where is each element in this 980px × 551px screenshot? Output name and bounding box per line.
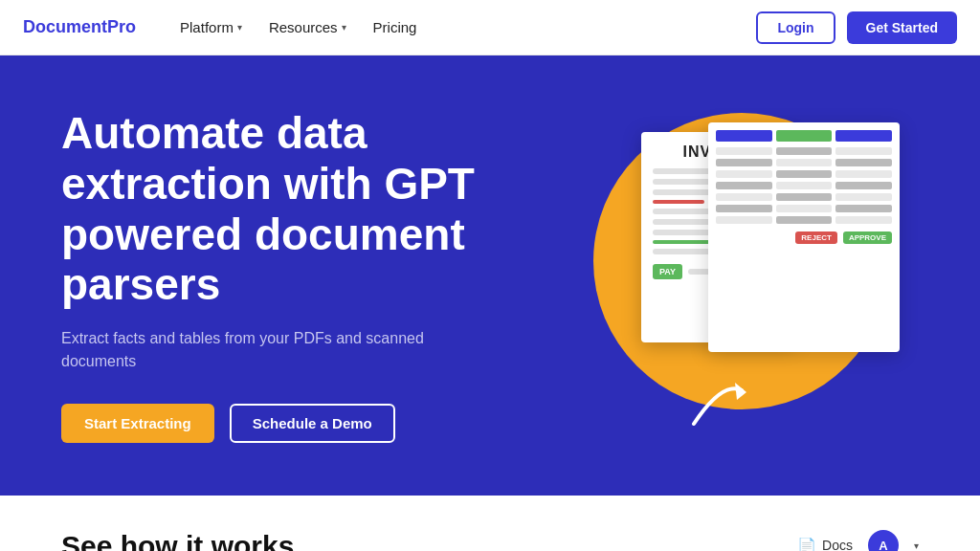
hero-title: Automate data extraction with GPT powere… (61, 108, 490, 311)
table-row-7 (716, 216, 892, 224)
table-row-1 (716, 147, 892, 155)
nav-pricing-label: Pricing (373, 19, 417, 35)
table-row-4 (716, 182, 892, 189)
resources-chevron-icon: ▾ (342, 22, 346, 33)
docs-label: Docs (822, 538, 853, 551)
nav-platform-label: Platform (180, 19, 234, 35)
table-row-6 (716, 205, 892, 212)
hero-subtitle: Extract facts and tables from your PDFs … (61, 327, 490, 373)
see-how-it-works-title: See how it works (61, 530, 471, 551)
table-header (716, 130, 892, 142)
platform-chevron-icon: ▾ (237, 22, 242, 33)
navbar: DocumentPro Platform ▾ Resources ▾ Prici… (0, 0, 980, 55)
approve-tag: APPROVE (843, 231, 892, 244)
table-row-5 (716, 193, 892, 201)
th-green (776, 130, 833, 142)
nav-item-pricing[interactable]: Pricing (364, 13, 427, 41)
hero-left: Automate data extraction with GPT powere… (61, 108, 490, 444)
docs-icon: 📄 (797, 537, 816, 552)
nav-actions: Login Get Started (756, 11, 957, 44)
get-started-button[interactable]: Get Started (847, 11, 957, 44)
logo-text: DocumentPro (23, 17, 136, 36)
schedule-demo-button[interactable]: Schedule a Demo (230, 404, 395, 443)
nav-item-platform[interactable]: Platform ▾ (170, 13, 252, 41)
bottom-left: See how it works (61, 530, 471, 551)
avatar-chevron-icon: ▾ (914, 540, 919, 551)
nav-links: Platform ▾ Resources ▾ Pricing (170, 13, 756, 41)
avatar-initial: A (879, 539, 887, 552)
table-document: REJECT APPROVE (708, 122, 900, 352)
th-blue-2 (835, 130, 892, 142)
nav-item-resources[interactable]: Resources ▾ (259, 13, 356, 41)
logo[interactable]: DocumentPro (23, 17, 136, 37)
avatar[interactable]: A (868, 530, 899, 551)
start-extracting-button[interactable]: Start Extracting (61, 404, 214, 443)
arrow-icon (679, 362, 756, 438)
bottom-section: See how it works 📄 Docs A ▾ (0, 496, 980, 551)
hero-section: Automate data extraction with GPT powere… (0, 55, 980, 496)
hero-illustration: INVOICE PAY (490, 94, 919, 457)
doc-line-red (653, 200, 704, 204)
th-blue (716, 130, 772, 142)
table-row-2 (716, 159, 892, 166)
reject-tag: REJECT (795, 231, 837, 244)
table-row-3 (716, 170, 892, 178)
hero-buttons: Start Extracting Schedule a Demo (61, 404, 490, 443)
bottom-right: 📄 Docs A ▾ (509, 530, 919, 551)
nav-resources-label: Resources (269, 19, 338, 35)
reject-approve-row: REJECT APPROVE (716, 231, 892, 244)
pay-button-decoration: PAY (653, 264, 682, 279)
svg-marker-0 (735, 383, 746, 400)
login-button[interactable]: Login (756, 11, 835, 44)
docs-link[interactable]: 📄 Docs (797, 537, 853, 552)
